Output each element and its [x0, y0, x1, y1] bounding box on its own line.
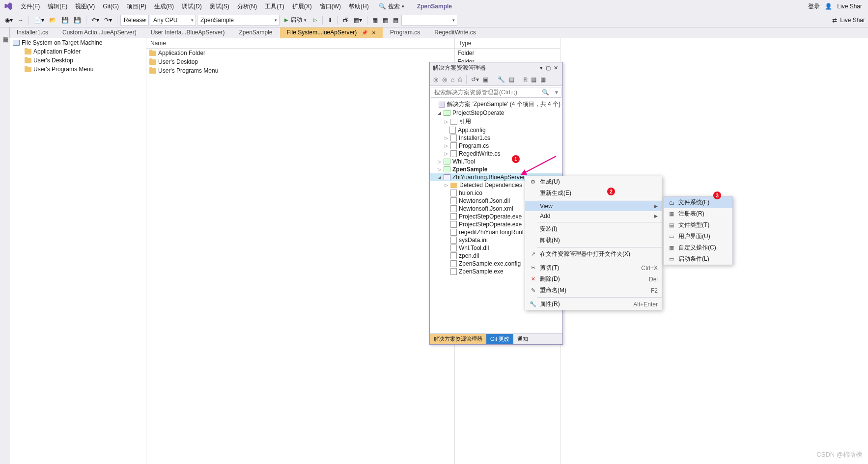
showall-icon[interactable]: ▤: [507, 76, 516, 83]
solution-node[interactable]: 解决方案 'ZpenSample' (4 个项目，共 4 个): [430, 100, 562, 109]
solution-explorer-titlebar[interactable]: 解决方案资源管理器 ▾ ▢ ✕: [430, 62, 562, 74]
liveshare-link[interactable]: Live Shar: [837, 3, 862, 10]
tb-btn-3[interactable]: ▦: [370, 15, 380, 25]
open-button[interactable]: 📂: [47, 15, 58, 25]
panel-maximize-icon[interactable]: ▢: [544, 65, 552, 71]
save-all-button[interactable]: 💾: [72, 15, 83, 25]
search-drop-icon[interactable]: ▾: [552, 87, 561, 97]
references-node[interactable]: ▷引用: [430, 117, 562, 126]
tab-userinterface[interactable]: User Interfa...BlueApServer): [144, 27, 232, 38]
tab-installer1[interactable]: Installer1.cs: [10, 27, 55, 38]
menu-analyze[interactable]: 分析(N): [233, 1, 261, 12]
file-node[interactable]: ▷Installer1.cs: [430, 134, 562, 142]
menu-file[interactable]: 文件(F): [17, 1, 44, 12]
tab-zpensample[interactable]: ZpenSample: [232, 27, 280, 38]
menu-view[interactable]: 视图(V): [71, 1, 99, 12]
list-item[interactable]: Application Folder: [146, 49, 454, 57]
login-link[interactable]: 登录: [808, 2, 820, 11]
tb-btn-2[interactable]: ▦▾: [352, 15, 364, 25]
project-node[interactable]: ◢ProjectStepOperate: [430, 109, 562, 117]
ctx-delete[interactable]: ✕删除(D)Del: [525, 273, 662, 285]
tab-regeditwrite[interactable]: RegeditWrite.cs: [427, 27, 482, 38]
ctx-properties[interactable]: 🔧属性(R)Alt+Enter: [525, 299, 662, 310]
startup-dropdown[interactable]: ZpenSample: [197, 15, 280, 26]
file-node[interactable]: App.config: [430, 126, 562, 134]
find-dropdown[interactable]: [401, 15, 457, 26]
tab-filesystem[interactable]: File System...lueApServer) 📌 ✕: [280, 27, 383, 38]
menu-edit[interactable]: 编辑(E): [44, 1, 71, 12]
start-debug-button[interactable]: ▶ 启动 ▾: [280, 15, 310, 25]
menu-git[interactable]: Git(G): [99, 1, 123, 11]
tab-solution-explorer[interactable]: 解决方案资源管理器: [430, 334, 486, 344]
column-header-type[interactable]: Type: [455, 38, 560, 49]
ctx-rename[interactable]: ✎重命名(M)F2: [525, 285, 662, 296]
search-box[interactable]: 🔍 搜索 ▾: [376, 1, 407, 12]
back-button[interactable]: ◉▾: [3, 15, 15, 25]
menu-tools[interactable]: 工具(T): [261, 1, 288, 12]
menu-window[interactable]: 窗口(W): [316, 1, 345, 12]
tab-git-changes[interactable]: Git 更改: [486, 334, 513, 344]
tb-btn-4[interactable]: ▦: [381, 15, 390, 25]
switch-view-icon[interactable]: ⎙: [457, 76, 463, 83]
step-button[interactable]: ⬇: [326, 15, 335, 25]
ctx-view[interactable]: View▶: [525, 201, 662, 211]
tab-notifications[interactable]: 通知: [513, 334, 532, 344]
tb-btn-1[interactable]: 🗗: [341, 15, 351, 25]
tree-item[interactable]: User's Desktop: [10, 56, 146, 65]
ctx-view-ui[interactable]: ▭用户界面(U): [664, 231, 732, 242]
ctx-rebuild[interactable]: 重新生成(E): [525, 188, 662, 199]
platform-dropdown[interactable]: Any CPU: [150, 15, 196, 26]
ctx-view-custom[interactable]: ▦自定义操作(C): [664, 242, 732, 253]
liveshare-icon[interactable]: ⇄: [830, 15, 839, 25]
ctx-view-launch[interactable]: ▭启动条件(L): [664, 253, 732, 265]
close-icon[interactable]: ✕: [372, 30, 376, 35]
file-node[interactable]: ▷Program.cs: [430, 142, 562, 150]
menu-extensions[interactable]: 扩展(X): [288, 1, 316, 12]
panel-close-icon[interactable]: ✕: [552, 65, 560, 71]
ctx-build[interactable]: ⚙生成(U): [525, 176, 662, 188]
panel-dropdown-icon[interactable]: ▾: [538, 65, 544, 71]
new-project-button[interactable]: 📄▾: [32, 15, 46, 25]
tb-btn-5[interactable]: ▦: [391, 15, 400, 25]
forward-button[interactable]: →: [16, 15, 26, 25]
nav-fwd-icon[interactable]: ◎: [441, 76, 448, 83]
user-icon[interactable]: 👤: [825, 3, 832, 10]
tree-item[interactable]: Application Folder: [10, 47, 146, 56]
tree-root[interactable]: File System on Target Machine: [10, 38, 146, 47]
menu-help[interactable]: 帮助(H): [345, 1, 373, 12]
pin-icon[interactable]: 📌: [362, 30, 367, 35]
ctx-view-filetypes[interactable]: ▤文件类型(T): [664, 219, 732, 231]
ctx-uninstall[interactable]: 卸载(N): [525, 235, 662, 246]
copy-icon[interactable]: ⎘: [522, 76, 529, 83]
ctx-cut[interactable]: ✂剪切(T)Ctrl+X: [525, 262, 662, 273]
menu-test[interactable]: 测试(S): [206, 1, 233, 12]
ctx-view-registry[interactable]: ▦注册表(R): [664, 208, 732, 219]
solution-search[interactable]: 🔍 ▾: [431, 87, 561, 98]
menu-project[interactable]: 项目(P): [123, 1, 150, 12]
save-button[interactable]: 💾: [59, 15, 71, 25]
ctx-add[interactable]: Add▶: [525, 211, 662, 221]
list-item[interactable]: User's Programs Menu: [146, 66, 454, 75]
redo-button[interactable]: ↷▾: [102, 15, 114, 25]
solution-search-input[interactable]: [431, 87, 539, 97]
ctx-install[interactable]: 安装(I): [525, 223, 662, 235]
tab-customactions[interactable]: Custom Actio...lueApServer): [56, 27, 143, 38]
search-icon[interactable]: 🔍: [539, 87, 552, 97]
config-dropdown[interactable]: Release: [120, 15, 149, 26]
collapse-icon[interactable]: ▣: [481, 76, 490, 83]
side-toolwindow-tab[interactable]: 服务器资: [0, 27, 10, 38]
menu-debug[interactable]: 调试(D): [178, 1, 206, 12]
start-nodebug-button[interactable]: ▷: [311, 16, 319, 24]
ctx-open-explorer[interactable]: ↗在文件资源管理器中打开文件夹(X): [525, 248, 662, 260]
tree-item[interactable]: User's Programs Menu: [10, 65, 146, 74]
tab-program[interactable]: Program.cs: [383, 27, 427, 38]
menu-build[interactable]: 生成(B): [150, 1, 178, 12]
undo-button[interactable]: ↶▾: [89, 15, 101, 25]
view-icon[interactable]: ▦: [530, 76, 538, 83]
refresh-icon[interactable]: ▦: [539, 76, 547, 83]
column-header-name[interactable]: Name: [146, 38, 454, 49]
list-item[interactable]: User's Desktop: [146, 57, 454, 66]
home-icon[interactable]: ⌂: [449, 76, 456, 83]
nav-back-icon[interactable]: ◎: [432, 76, 440, 83]
ctx-view-filesystem[interactable]: 🗀文件系统(F): [664, 197, 732, 208]
